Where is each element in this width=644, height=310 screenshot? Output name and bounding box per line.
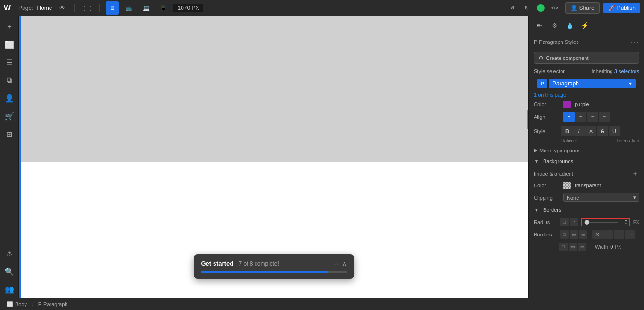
border-remove-btn[interactable]: ✕: [592, 230, 603, 239]
create-component-btn[interactable]: ⊕ Create component: [534, 52, 639, 64]
get-started-info: Get started 7 of 8 complete!: [201, 260, 279, 267]
radius-slider-thumb[interactable]: [585, 220, 589, 225]
align-btns: ≡ ≡ ≡ ≡: [563, 112, 610, 122]
person-icon: 👤: [570, 5, 578, 11]
border-dotted-btn[interactable]: ···: [625, 230, 635, 239]
undo-btn[interactable]: ↺: [506, 1, 519, 15]
panel-tabs: ✏ ⚙ 💧 ⚡: [529, 16, 644, 35]
canvas-area[interactable]: Get started 7 of 8 complete! ··· ∧: [19, 16, 528, 298]
clear-btn[interactable]: ✕: [585, 126, 596, 136]
add-image-gradient-btn[interactable]: ＋: [631, 169, 639, 178]
sidebar-apps-icon[interactable]: ⊞: [1, 126, 18, 142]
border-all-sides-btn[interactable]: □: [560, 230, 569, 239]
style-tab[interactable]: ✏: [533, 19, 546, 32]
mobile-view-icon[interactable]: 📱: [157, 1, 170, 15]
redo-btn[interactable]: ↻: [520, 1, 533, 15]
border-w-top-btn[interactable]: ▭: [569, 243, 577, 251]
section-more-btn[interactable]: ···: [631, 38, 639, 46]
body-icon: ⬜: [7, 301, 13, 307]
sidebar-cart-icon[interactable]: 🛒: [1, 108, 18, 125]
backgrounds-section-header[interactable]: ▼ Backgrounds: [529, 155, 644, 168]
border-solid-btn[interactable]: —: [603, 230, 613, 239]
get-started-title: Get started: [201, 260, 234, 267]
inheriting-text: Inheriting 3 selectors: [591, 68, 639, 74]
transparent-swatch[interactable]: [563, 182, 571, 189]
border-width-value: 0: [610, 244, 613, 250]
monitor-view-icon[interactable]: 📺: [123, 1, 136, 15]
color-swatch[interactable]: [563, 101, 571, 108]
status-dot: [537, 4, 545, 12]
underline-btn[interactable]: U: [609, 126, 620, 136]
border-width-label: Width: [595, 244, 608, 250]
code-view-btn[interactable]: </>: [548, 1, 561, 15]
radius-all-btn[interactable]: □: [560, 218, 569, 226]
settings-tab[interactable]: ⚙: [548, 19, 561, 32]
share-btn[interactable]: 👤 Share: [565, 2, 600, 14]
breadcrumb-body[interactable]: ⬜ Body: [4, 301, 30, 308]
sidebar-add-icon[interactable]: ＋: [1, 18, 18, 35]
border-corner-icons: □ ▭ ▭: [560, 230, 587, 239]
divider2: [99, 4, 100, 12]
style-selector-control[interactable]: P Paragraph ▾: [534, 77, 639, 90]
w-logo[interactable]: W: [4, 4, 11, 12]
eye-icon[interactable]: 👁: [56, 1, 69, 15]
color-value: purple: [575, 101, 589, 107]
border-w-side-btn[interactable]: ▭: [578, 243, 586, 251]
bg-color-row: Color transparent: [529, 180, 644, 191]
canvas-left-indicator: [19, 16, 21, 162]
style-btns: B I ✕ S U: [561, 126, 620, 136]
publish-btn[interactable]: 🚀 Publish: [603, 3, 640, 13]
style-dropdown[interactable]: Paragraph ▾: [549, 79, 636, 88]
border-dashed-btn[interactable]: - -: [614, 230, 624, 239]
radius-corner-btns: □ ◝: [560, 218, 578, 226]
interactions-tab[interactable]: ⚡: [578, 19, 591, 32]
style-selector-row: Style selector Inheriting 3 selectors: [529, 67, 644, 76]
sidebar-layout-icon[interactable]: ☰: [1, 54, 18, 71]
image-gradient-label: Image & gradient: [534, 171, 573, 176]
body-label: Body: [15, 302, 27, 307]
sidebar-layers-icon[interactable]: ⧉: [1, 72, 18, 89]
style-row: Style B I ✕ S U Italicize Decoration: [529, 124, 644, 145]
tablet-view-icon[interactable]: 💻: [140, 1, 153, 15]
bg-color-label: Color: [534, 183, 560, 188]
align-row: Align ≡ ≡ ≡ ≡: [529, 110, 644, 124]
align-center-btn[interactable]: ≡: [575, 112, 586, 122]
align-justify-btn[interactable]: ≡: [599, 112, 610, 122]
borders-label: Borders: [543, 207, 561, 213]
clipping-select[interactable]: None ▾: [563, 193, 639, 202]
style-labels-row: Italicize Decoration: [534, 138, 639, 143]
top-bar-right: ↺ ↻ </> 👤 Share 🚀 Publish: [506, 1, 640, 15]
border-w-all-btn[interactable]: □: [559, 243, 568, 251]
borders-section-header[interactable]: ▼ Borders: [529, 204, 644, 216]
collapse-borders-icon: ▼: [534, 207, 539, 213]
page-name[interactable]: Home: [37, 5, 52, 11]
border-top-btn[interactable]: ▭: [570, 230, 578, 239]
effects-tab[interactable]: 💧: [563, 19, 576, 32]
desktop-view-icon[interactable]: 🖥: [106, 1, 119, 15]
clipping-chevron: ▾: [633, 194, 636, 201]
paragraph-icon: P: [38, 302, 41, 307]
bold-btn[interactable]: B: [561, 126, 573, 136]
more-type-options[interactable]: ▶ More type options: [529, 145, 644, 155]
align-right-btn[interactable]: ≡: [587, 112, 598, 122]
sidebar-search-icon[interactable]: 🔍: [1, 263, 18, 280]
align-label: Align: [534, 114, 560, 120]
border-width-row: □ ▭ ▭ Width 0 PX: [529, 241, 644, 253]
radius-slider[interactable]: [584, 222, 618, 223]
strikethrough-btn[interactable]: S: [597, 126, 608, 136]
italic-btn[interactable]: I: [573, 126, 585, 136]
get-started-bar: Get started 7 of 8 complete! ··· ∧: [194, 254, 354, 279]
get-started-collapse-btn[interactable]: ∧: [342, 260, 347, 267]
radius-tl-btn[interactable]: ◝: [570, 218, 578, 226]
border-side-btn[interactable]: ▭: [579, 230, 587, 239]
sidebar-warning-icon[interactable]: ⚠: [1, 245, 18, 262]
sidebar-box-icon[interactable]: ⬜: [1, 36, 18, 53]
clipping-row: Clipping None ▾: [529, 191, 644, 204]
color-row: Color purple: [529, 99, 644, 110]
sidebar-users-icon[interactable]: 👥: [1, 281, 18, 298]
more-pages-icon[interactable]: ⋮⋮: [81, 1, 94, 15]
breadcrumb-paragraph[interactable]: P Paragraph: [35, 301, 71, 308]
align-left-btn[interactable]: ≡: [563, 112, 575, 122]
get-started-more-btn[interactable]: ···: [333, 260, 338, 267]
sidebar-people-icon[interactable]: 👤: [1, 90, 18, 107]
